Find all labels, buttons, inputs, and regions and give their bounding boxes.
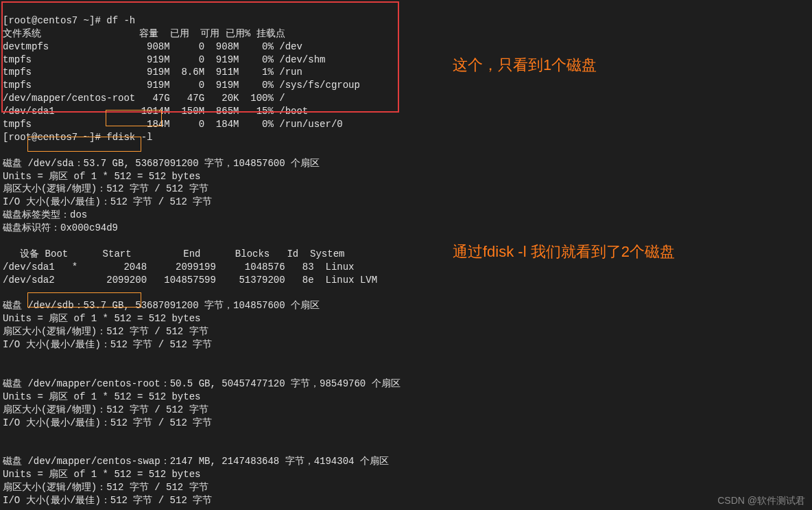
io-size: I/O 大小(最小/最佳)：512 字节 / 512 字节 (3, 495, 212, 506)
units-line: Units = 扇区 of 1 * 512 = 512 bytes (3, 469, 200, 480)
io-size: I/O 大小(最小/最佳)：512 字节 / 512 字节 (3, 196, 212, 207)
disk-mapper-swap: 磁盘 /dev/mapper/centos-swap：2147 MB, 2147… (3, 456, 389, 467)
df-header: 文件系统 容量 已用 可用 已用% 挂载点 (3, 28, 285, 39)
disk-identifier: 磁盘标识符：0x000c94d9 (3, 222, 118, 233)
io-size: I/O 大小(最小/最佳)：512 字节 / 512 字节 (3, 417, 212, 428)
annotation-two-disks: 通过fdisk -l 我们就看到了2个磁盘 (453, 242, 675, 262)
partition-row: /dev/sda2 2099200 104857599 51379200 8e … (3, 275, 377, 286)
prompt: [root@centos7 ~]# (3, 132, 106, 143)
df-row: tmpfs 919M 0 919M 0% /sys/fs/cgroup (3, 80, 360, 91)
df-row: /dev/mapper/centos-root 47G 47G 20K 100%… (3, 93, 285, 104)
terminal-output: [root@centos7 ~]# df -h 文件系统 容量 已用 可用 已用… (0, 0, 812, 510)
sector-size: 扇区大小(逻辑/物理)：512 字节 / 512 字节 (3, 326, 208, 337)
annotation-one-disk: 这个，只看到1个磁盘 (453, 55, 597, 76)
disk-sda: 磁盘 /dev/sda：53.7 GB, 53687091200 字节，1048… (3, 158, 320, 169)
command-fdisk: fdisk -l (106, 132, 152, 143)
df-row: tmpfs 919M 0 919M 0% /dev/shm (3, 54, 325, 65)
units-line: Units = 扇区 of 1 * 512 = 512 bytes (3, 313, 200, 324)
df-row: tmpfs 184M 0 184M 0% /run/user/0 (3, 119, 343, 130)
io-size: I/O 大小(最小/最佳)：512 字节 / 512 字节 (3, 339, 212, 350)
df-row: devtmpfs 908M 0 908M 0% /dev (3, 41, 302, 52)
command-df: df -h (106, 15, 135, 26)
sector-size: 扇区大小(逻辑/物理)：512 字节 / 512 字节 (3, 183, 208, 194)
label-type: 磁盘标签类型：dos (3, 209, 87, 220)
df-row: tmpfs 919M 8.6M 911M 1% /run (3, 67, 302, 78)
sector-size: 扇区大小(逻辑/物理)：512 字节 / 512 字节 (3, 404, 208, 415)
watermark: CSDN @软件测试君 (717, 495, 805, 507)
prompt: [root@centos7 ~]# (3, 15, 106, 26)
partition-row: /dev/sda1 * 2048 2099199 1048576 83 Linu… (3, 262, 354, 273)
partition-header: 设备 Boot Start End Blocks Id System (3, 248, 344, 259)
sector-size: 扇区大小(逻辑/物理)：512 字节 / 512 字节 (3, 482, 208, 493)
units-line: Units = 扇区 of 1 * 512 = 512 bytes (3, 171, 200, 182)
df-row: /dev/sda1 1014M 150M 865M 15% /boot (3, 106, 308, 117)
disk-sdb: 磁盘 /dev/sdb：53.7 GB, 53687091200 字节，1048… (3, 300, 320, 311)
units-line: Units = 扇区 of 1 * 512 = 512 bytes (3, 391, 200, 402)
disk-mapper-root: 磁盘 /dev/mapper/centos-root：50.5 GB, 5045… (3, 378, 401, 389)
